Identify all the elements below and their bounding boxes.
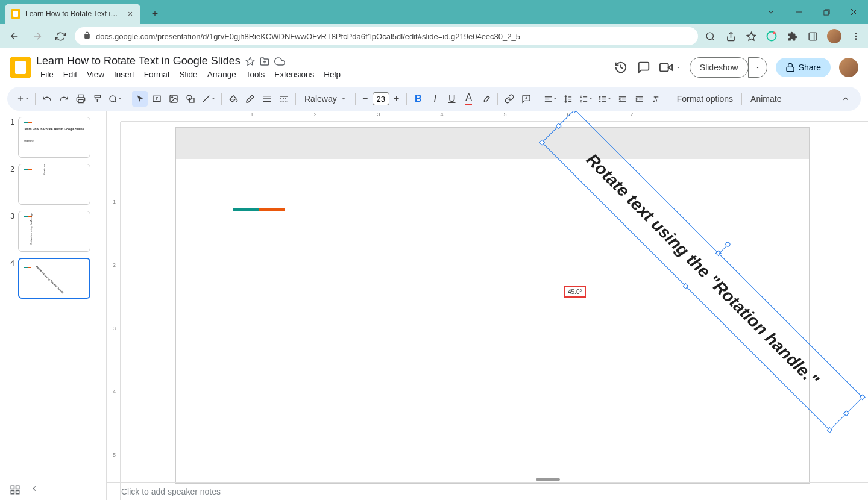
chrome-menu-icon[interactable]: [850, 30, 862, 42]
history-icon[interactable]: [614, 60, 628, 75]
menu-edit[interactable]: Edit: [59, 69, 81, 80]
border-color-button[interactable]: [242, 91, 258, 107]
vertical-ruler[interactable]: 1 2 3 4 5: [107, 122, 121, 500]
svg-rect-17: [787, 67, 794, 71]
new-tab-button[interactable]: +: [146, 5, 163, 22]
textbox-button[interactable]: [149, 91, 165, 107]
border-weight-button[interactable]: [259, 91, 275, 107]
menu-view[interactable]: View: [83, 69, 108, 80]
insert-link-button[interactable]: [502, 91, 517, 107]
new-slide-button[interactable]: [14, 91, 31, 107]
zoom-icon[interactable]: [704, 30, 716, 42]
resize-handle[interactable]: [843, 410, 849, 416]
line-button[interactable]: [200, 91, 218, 107]
fill-color-button[interactable]: [225, 91, 241, 107]
svg-marker-7: [747, 32, 755, 40]
forward-button[interactable]: [29, 28, 46, 45]
sidepanel-icon[interactable]: [807, 30, 819, 42]
decrease-font-button[interactable]: −: [359, 93, 371, 105]
text-color-button[interactable]: A: [461, 91, 477, 107]
menu-help[interactable]: Help: [319, 69, 345, 80]
menu-slide[interactable]: Slide: [175, 69, 202, 80]
slide-thumbnail-2[interactable]: Rotate text in Google Slides: [18, 164, 90, 205]
maximize-button[interactable]: [813, 2, 840, 22]
slide-thumbnail-4[interactable]: Rotate text using Rotation handle: [18, 258, 90, 299]
back-button[interactable]: [6, 28, 23, 45]
print-button[interactable]: [73, 91, 89, 107]
menu-insert[interactable]: Insert: [110, 69, 139, 80]
close-tab-icon[interactable]: ×: [126, 10, 134, 18]
border-dash-button[interactable]: [276, 91, 292, 107]
comments-icon[interactable]: [637, 60, 651, 75]
cloud-saved-icon[interactable]: [274, 56, 285, 67]
checklist-button[interactable]: [577, 91, 595, 107]
menu-arrange[interactable]: Arrange: [203, 69, 241, 80]
slides-logo[interactable]: [10, 57, 31, 78]
bullet-list-button[interactable]: [596, 91, 614, 107]
slide-thumbnail-3[interactable]: Rotate text using the Arrange: [18, 211, 90, 252]
font-family-select[interactable]: Raleway: [300, 94, 351, 104]
move-icon[interactable]: [260, 57, 269, 66]
document-title[interactable]: Learn How to Rotate Text in Google Slide…: [36, 55, 241, 67]
url-input[interactable]: docs.google.com/presentation/d/1grvE0gjh…: [75, 27, 698, 45]
tab-title: Learn How to Rotate Text in Goo: [25, 10, 121, 18]
svg-rect-56: [16, 486, 19, 489]
underline-button[interactable]: U: [444, 91, 460, 107]
extensions-icon[interactable]: [786, 30, 798, 42]
grammarly-icon[interactable]: [766, 30, 778, 42]
clear-formatting-button[interactable]: [649, 91, 664, 107]
highlight-button[interactable]: [478, 91, 494, 107]
speaker-notes-resize-handle[interactable]: [536, 478, 560, 481]
slide-canvas[interactable]: Rotate text using the "Rotation handle."…: [176, 128, 809, 483]
share-button[interactable]: Share: [776, 58, 831, 77]
resize-handle[interactable]: [682, 283, 688, 289]
line-spacing-button[interactable]: [561, 91, 576, 107]
slide-thumbnail-1[interactable]: Learn How to Rotate Text in Google Slide…: [18, 117, 90, 158]
menu-file[interactable]: File: [36, 69, 58, 80]
bold-button[interactable]: B: [410, 91, 426, 107]
resize-handle[interactable]: [556, 123, 562, 129]
increase-font-button[interactable]: +: [391, 93, 403, 105]
close-window-button[interactable]: [840, 2, 868, 22]
italic-button[interactable]: I: [427, 91, 443, 107]
resize-handle[interactable]: [572, 111, 578, 113]
speaker-notes[interactable]: Click to add speaker notes: [107, 482, 868, 500]
slideshow-dropdown[interactable]: [748, 57, 767, 78]
align-button[interactable]: [542, 91, 559, 107]
browser-tab[interactable]: Learn How to Rotate Text in Goo ×: [5, 4, 140, 24]
decrease-indent-button[interactable]: [615, 91, 631, 107]
profile-avatar[interactable]: [827, 29, 841, 43]
shape-button[interactable]: [183, 91, 198, 107]
dropdown-icon[interactable]: [757, 2, 785, 22]
undo-button[interactable]: [39, 91, 55, 107]
resize-handle[interactable]: [860, 394, 866, 400]
minimize-button[interactable]: [785, 2, 813, 22]
meet-button[interactable]: [659, 61, 681, 74]
format-options-button[interactable]: Format options: [672, 94, 738, 104]
resize-handle[interactable]: [826, 427, 832, 433]
font-size-input[interactable]: [373, 92, 389, 105]
menu-format[interactable]: Format: [140, 69, 174, 80]
collapse-filmstrip-icon[interactable]: [30, 484, 39, 498]
menu-tools[interactable]: Tools: [242, 69, 269, 80]
redo-button[interactable]: [56, 91, 72, 107]
menu-extensions[interactable]: Extensions: [270, 69, 318, 80]
star-icon[interactable]: [245, 57, 255, 66]
accent-bar: [233, 208, 285, 211]
bookmark-icon[interactable]: [745, 30, 757, 42]
paint-format-button[interactable]: [90, 91, 105, 107]
collapse-toolbar-button[interactable]: [838, 91, 854, 107]
reload-button[interactable]: [52, 28, 69, 45]
share-url-icon[interactable]: [725, 30, 737, 42]
zoom-button[interactable]: [107, 91, 124, 107]
increase-indent-button[interactable]: [632, 91, 647, 107]
insert-comment-button[interactable]: [518, 91, 534, 107]
grid-view-icon[interactable]: [10, 484, 20, 498]
horizontal-ruler[interactable]: 1 2 3 4 5 6 7: [121, 111, 868, 122]
select-tool[interactable]: [132, 91, 148, 107]
animate-button[interactable]: Animate: [746, 94, 786, 104]
slideshow-button[interactable]: Slideshow: [690, 57, 749, 78]
image-button[interactable]: [166, 91, 181, 107]
account-avatar[interactable]: [839, 58, 858, 77]
slide-overflow-area: [176, 128, 809, 159]
